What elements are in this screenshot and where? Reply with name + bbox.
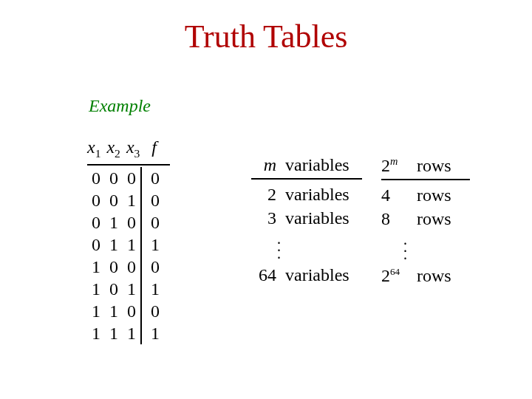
rows-row: 8 rows (381, 207, 485, 231)
m-symbol: m (251, 155, 281, 175)
cell: 0 (105, 256, 123, 278)
exp-m: m (390, 155, 398, 167)
two-to-m: 2m (381, 155, 412, 176)
example-label: Example (89, 96, 151, 116)
rows-word: rows (417, 207, 451, 231)
header-x2-var: x (106, 137, 115, 157)
table-row: 0100 (87, 211, 164, 233)
cell: 1 (87, 322, 105, 344)
var-count: 2 (251, 183, 281, 206)
var-count: 64 (251, 263, 281, 287)
cell: 1 (123, 189, 141, 211)
table-row: 0111 (87, 233, 164, 256)
cell: 1 (123, 233, 141, 256)
row-count: 4 (381, 183, 412, 207)
cell: 0 (123, 256, 141, 278)
var-count: 3 (251, 206, 281, 230)
rows-header: 2m rows (381, 155, 485, 176)
cell: 1 (105, 300, 123, 322)
table-row: 1111 (87, 322, 164, 344)
row-count: 8 (381, 207, 412, 231)
variables-row: 2 variables (251, 183, 377, 206)
table-row: 0010 (87, 189, 164, 211)
rows-row: 4 rows (381, 183, 485, 207)
table-row: 1000 (87, 256, 164, 278)
variables-column: m variables 2 variables 3 variables ... … (251, 155, 377, 287)
rows-row: 264 rows (381, 264, 485, 287)
rows-rule (381, 179, 470, 180)
table-row: 1100 (87, 300, 164, 322)
cell: 0 (141, 211, 164, 233)
row-count: 264 (381, 264, 412, 287)
variables-row: 64 variables (251, 263, 377, 287)
cell: 0 (87, 233, 105, 256)
header-f: f (151, 137, 157, 157)
exp-64: 64 (390, 266, 400, 277)
cell: 0 (87, 189, 105, 211)
cell: 1 (123, 322, 141, 344)
rows-word: rows (417, 264, 451, 287)
rows-word: rows (417, 183, 451, 207)
variables-word: variables (285, 183, 349, 206)
table-row: 1011 (87, 278, 164, 300)
cell: 1 (141, 233, 164, 256)
cell: 1 (105, 233, 123, 256)
header-x2-sub: 2 (115, 147, 120, 160)
cell: 0 (105, 167, 123, 189)
cell: 1 (105, 322, 123, 344)
rows-column: 2m rows 4 rows 8 rows ... 264 rows (381, 155, 485, 287)
vertical-ellipsis-icon: ... (277, 231, 377, 263)
cell: 0 (87, 167, 105, 189)
cell: 1 (123, 278, 141, 300)
truth-table: x1x2x3f 0000 0010 0100 0111 1000 1011 11… (87, 137, 170, 344)
cell: 0 (141, 189, 164, 211)
table-row: 0000 (87, 167, 164, 189)
cell: 1 (87, 278, 105, 300)
base-two: 2 (381, 156, 390, 175)
base-two: 2 (381, 266, 390, 285)
cell: 1 (141, 278, 164, 300)
cell: 1 (87, 300, 105, 322)
cell: 0 (87, 211, 105, 233)
truth-table-header: x1x2x3f (87, 137, 170, 163)
header-x1-var: x (87, 137, 95, 157)
cell: 0 (105, 278, 123, 300)
variables-word: variables (285, 206, 349, 230)
cell: 0 (123, 167, 141, 189)
cell: 1 (141, 322, 164, 344)
variables-word: variables (285, 155, 349, 175)
cell: 1 (105, 211, 123, 233)
cell: 1 (87, 256, 105, 278)
rows-word: rows (417, 156, 451, 176)
header-x3-sub: 3 (134, 147, 140, 160)
cell: 0 (141, 300, 164, 322)
vertical-ellipsis-icon: ... (403, 231, 485, 264)
variables-header: m variables (251, 155, 377, 175)
cell: 0 (105, 189, 123, 211)
truth-table-rule (87, 164, 170, 166)
cell: 0 (141, 256, 164, 278)
header-x3-var: x (126, 137, 134, 157)
variables-rule (251, 178, 362, 180)
cell: 0 (141, 167, 164, 189)
variables-word: variables (285, 263, 349, 287)
truth-table-body: 0000 0010 0100 0111 1000 1011 1100 1111 (87, 167, 164, 344)
cell: 0 (123, 300, 141, 322)
page-title: Truth Tables (0, 18, 532, 55)
header-x1-sub: 1 (95, 147, 101, 160)
variables-row: 3 variables (251, 206, 377, 230)
cell: 0 (123, 211, 141, 233)
slide: Truth Tables Example x1x2x3f 0000 0010 0… (0, 0, 532, 399)
variables-to-rows: m variables 2 variables 3 variables ... … (251, 155, 485, 287)
